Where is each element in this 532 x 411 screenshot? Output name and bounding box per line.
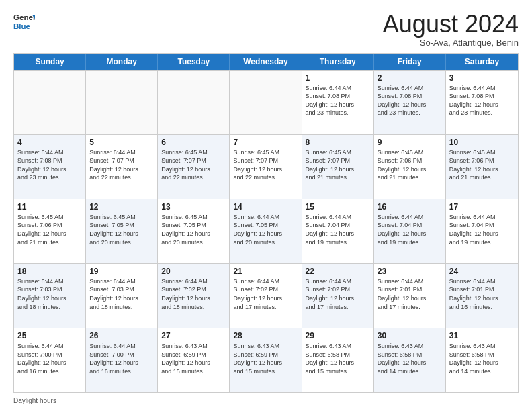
day-cell-19: 19Sunrise: 6:44 AM Sunset: 7:03 PM Dayli… bbox=[86, 264, 158, 328]
calendar-body: 1Sunrise: 6:44 AM Sunset: 7:08 PM Daylig… bbox=[14, 70, 518, 392]
day-number: 13 bbox=[161, 202, 226, 212]
cell-info: Sunrise: 6:44 AM Sunset: 7:01 PM Dayligh… bbox=[378, 277, 442, 311]
day-cell-1: 1Sunrise: 6:44 AM Sunset: 7:08 PM Daylig… bbox=[302, 71, 374, 134]
day-number: 21 bbox=[233, 267, 298, 276]
day-number: 6 bbox=[161, 138, 226, 147]
day-number: 25 bbox=[17, 331, 82, 340]
day-cell-18: 18Sunrise: 6:44 AM Sunset: 7:03 PM Dayli… bbox=[14, 264, 86, 328]
day-cell-28: 28Sunrise: 6:43 AM Sunset: 6:59 PM Dayli… bbox=[230, 328, 302, 392]
day-cell-6: 6Sunrise: 6:45 AM Sunset: 7:07 PM Daylig… bbox=[158, 135, 230, 199]
day-number: 19 bbox=[89, 267, 154, 276]
day-cell-10: 10Sunrise: 6:45 AM Sunset: 7:06 PM Dayli… bbox=[446, 135, 518, 199]
logo: General Blue bbox=[13, 11, 35, 32]
cell-info: Sunrise: 6:44 AM Sunset: 7:04 PM Dayligh… bbox=[306, 213, 370, 246]
cell-info: Sunrise: 6:44 AM Sunset: 7:02 PM Dayligh… bbox=[161, 277, 226, 311]
cell-info: Sunrise: 6:44 AM Sunset: 7:03 PM Dayligh… bbox=[89, 277, 154, 311]
header-day-thursday: Thursday bbox=[302, 54, 374, 70]
header-day-friday: Friday bbox=[374, 54, 446, 70]
header-day-monday: Monday bbox=[86, 54, 158, 70]
day-cell-9: 9Sunrise: 6:45 AM Sunset: 7:06 PM Daylig… bbox=[374, 135, 446, 199]
location-subtitle: So-Ava, Atlantique, Benin bbox=[383, 38, 519, 48]
header-day-tuesday: Tuesday bbox=[158, 54, 230, 70]
cell-info: Sunrise: 6:44 AM Sunset: 7:08 PM Dayligh… bbox=[306, 84, 370, 118]
header-day-wednesday: Wednesday bbox=[230, 54, 302, 70]
cell-info: Sunrise: 6:44 AM Sunset: 7:00 PM Dayligh… bbox=[17, 342, 82, 375]
day-cell-14: 14Sunrise: 6:44 AM Sunset: 7:05 PM Dayli… bbox=[230, 199, 302, 263]
day-number: 1 bbox=[306, 73, 370, 83]
day-number: 31 bbox=[449, 331, 515, 340]
day-number: 27 bbox=[161, 331, 226, 340]
day-number: 9 bbox=[378, 138, 442, 147]
cell-info: Sunrise: 6:45 AM Sunset: 7:06 PM Dayligh… bbox=[449, 148, 515, 182]
header: General Blue August 2024 So-Ava, Atlanti… bbox=[13, 11, 519, 48]
day-number: 8 bbox=[306, 138, 370, 147]
day-cell-23: 23Sunrise: 6:44 AM Sunset: 7:01 PM Dayli… bbox=[374, 264, 446, 328]
day-number: 17 bbox=[449, 202, 515, 212]
day-number: 24 bbox=[449, 267, 515, 276]
cell-info: Sunrise: 6:44 AM Sunset: 7:07 PM Dayligh… bbox=[89, 148, 154, 182]
calendar-row-5: 25Sunrise: 6:44 AM Sunset: 7:00 PM Dayli… bbox=[14, 328, 518, 392]
day-number: 4 bbox=[17, 138, 82, 147]
title-block: August 2024 So-Ava, Atlantique, Benin bbox=[383, 11, 519, 48]
calendar-row-2: 4Sunrise: 6:44 AM Sunset: 7:08 PM Daylig… bbox=[14, 134, 518, 199]
cell-info: Sunrise: 6:43 AM Sunset: 6:58 PM Dayligh… bbox=[306, 342, 370, 375]
svg-text:General: General bbox=[13, 13, 35, 21]
day-cell-20: 20Sunrise: 6:44 AM Sunset: 7:02 PM Dayli… bbox=[158, 264, 230, 328]
cell-info: Sunrise: 6:45 AM Sunset: 7:07 PM Dayligh… bbox=[233, 148, 298, 182]
day-cell-30: 30Sunrise: 6:43 AM Sunset: 6:58 PM Dayli… bbox=[374, 328, 446, 392]
day-cell-31: 31Sunrise: 6:43 AM Sunset: 6:58 PM Dayli… bbox=[446, 328, 518, 392]
empty-cell bbox=[158, 71, 230, 134]
day-number: 15 bbox=[306, 202, 370, 212]
day-cell-29: 29Sunrise: 6:43 AM Sunset: 6:58 PM Dayli… bbox=[302, 328, 374, 392]
cell-info: Sunrise: 6:45 AM Sunset: 7:07 PM Dayligh… bbox=[161, 148, 226, 182]
day-cell-2: 2Sunrise: 6:44 AM Sunset: 7:08 PM Daylig… bbox=[374, 71, 446, 134]
day-number: 16 bbox=[378, 202, 442, 212]
day-number: 23 bbox=[378, 267, 442, 276]
empty-cell bbox=[230, 71, 302, 134]
day-number: 22 bbox=[306, 267, 370, 276]
cell-info: Sunrise: 6:44 AM Sunset: 7:00 PM Dayligh… bbox=[89, 342, 154, 375]
cell-info: Sunrise: 6:45 AM Sunset: 7:06 PM Dayligh… bbox=[378, 148, 442, 182]
cell-info: Sunrise: 6:44 AM Sunset: 7:03 PM Dayligh… bbox=[17, 277, 82, 311]
day-number: 2 bbox=[378, 73, 442, 83]
svg-text:Blue: Blue bbox=[13, 22, 31, 30]
day-cell-12: 12Sunrise: 6:45 AM Sunset: 7:05 PM Dayli… bbox=[86, 199, 158, 263]
cell-info: Sunrise: 6:44 AM Sunset: 7:04 PM Dayligh… bbox=[378, 213, 442, 246]
day-cell-13: 13Sunrise: 6:45 AM Sunset: 7:05 PM Dayli… bbox=[158, 199, 230, 263]
cell-info: Sunrise: 6:43 AM Sunset: 6:58 PM Dayligh… bbox=[378, 342, 442, 375]
day-cell-8: 8Sunrise: 6:45 AM Sunset: 7:07 PM Daylig… bbox=[302, 135, 374, 199]
day-number: 7 bbox=[233, 138, 298, 147]
day-cell-3: 3Sunrise: 6:44 AM Sunset: 7:08 PM Daylig… bbox=[446, 71, 518, 134]
day-number: 10 bbox=[449, 138, 515, 147]
day-cell-24: 24Sunrise: 6:44 AM Sunset: 7:01 PM Dayli… bbox=[446, 264, 518, 328]
cell-info: Sunrise: 6:44 AM Sunset: 7:08 PM Dayligh… bbox=[378, 84, 442, 118]
day-cell-15: 15Sunrise: 6:44 AM Sunset: 7:04 PM Dayli… bbox=[302, 199, 374, 263]
header-day-sunday: Sunday bbox=[14, 54, 86, 70]
day-cell-21: 21Sunrise: 6:44 AM Sunset: 7:02 PM Dayli… bbox=[230, 264, 302, 328]
day-cell-4: 4Sunrise: 6:44 AM Sunset: 7:08 PM Daylig… bbox=[14, 135, 86, 199]
day-number: 18 bbox=[17, 267, 82, 276]
day-number: 30 bbox=[378, 331, 442, 340]
cell-info: Sunrise: 6:45 AM Sunset: 7:06 PM Dayligh… bbox=[17, 213, 82, 246]
cell-info: Sunrise: 6:45 AM Sunset: 7:05 PM Dayligh… bbox=[161, 213, 226, 246]
empty-cell bbox=[14, 71, 86, 134]
cell-info: Sunrise: 6:44 AM Sunset: 7:01 PM Dayligh… bbox=[449, 277, 515, 311]
calendar-header: SundayMondayTuesdayWednesdayThursdayFrid… bbox=[14, 54, 518, 70]
day-number: 20 bbox=[161, 267, 226, 276]
day-number: 26 bbox=[89, 331, 154, 340]
day-cell-17: 17Sunrise: 6:44 AM Sunset: 7:04 PM Dayli… bbox=[446, 199, 518, 263]
day-number: 14 bbox=[233, 202, 298, 212]
empty-cell bbox=[86, 71, 158, 134]
cell-info: Sunrise: 6:43 AM Sunset: 6:59 PM Dayligh… bbox=[233, 342, 298, 375]
day-number: 29 bbox=[306, 331, 370, 340]
footer-note: Daylight hours bbox=[13, 396, 519, 404]
day-number: 3 bbox=[449, 73, 515, 83]
day-number: 5 bbox=[89, 138, 154, 147]
day-cell-7: 7Sunrise: 6:45 AM Sunset: 7:07 PM Daylig… bbox=[230, 135, 302, 199]
cell-info: Sunrise: 6:44 AM Sunset: 7:08 PM Dayligh… bbox=[17, 148, 82, 182]
day-cell-22: 22Sunrise: 6:44 AM Sunset: 7:02 PM Dayli… bbox=[302, 264, 374, 328]
day-number: 11 bbox=[17, 202, 82, 212]
day-cell-11: 11Sunrise: 6:45 AM Sunset: 7:06 PM Dayli… bbox=[14, 199, 86, 263]
cell-info: Sunrise: 6:45 AM Sunset: 7:05 PM Dayligh… bbox=[89, 213, 154, 246]
month-title: August 2024 bbox=[383, 11, 519, 38]
